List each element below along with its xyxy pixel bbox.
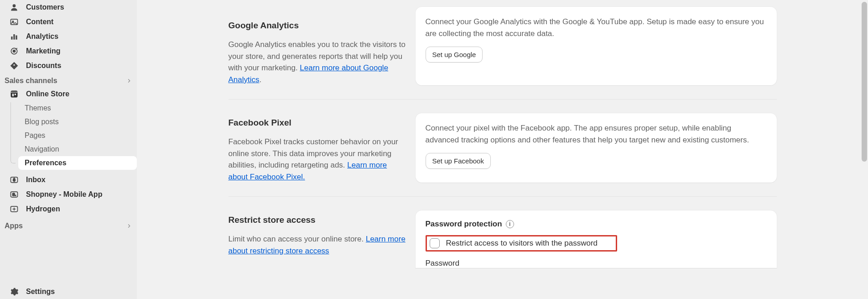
sidebar-item-inbox[interactable]: $ Inbox	[5, 173, 132, 187]
subnav-label: Themes	[25, 104, 51, 112]
card-heading: Password protection i	[426, 220, 767, 229]
sales-channels-label: Sales channels	[5, 77, 57, 85]
sidebar-item-settings[interactable]: Settings	[5, 284, 132, 299]
scrollbar-thumb[interactable]	[862, 2, 867, 162]
sidebar-item-label: Settings	[26, 288, 128, 296]
sidebar-item-label: Inbox	[26, 176, 128, 184]
sidebar-item-hydrogen[interactable]: Hydrogen	[5, 202, 132, 216]
section-description: Limit who can access your online store. …	[229, 233, 406, 257]
sidebar-item-label: Customers	[26, 3, 128, 11]
chevron-right-icon	[126, 78, 132, 84]
apps-label: Apps	[5, 222, 23, 230]
svg-point-0	[13, 4, 16, 7]
svg-text:$: $	[13, 178, 15, 182]
subnav-label: Blog posts	[25, 118, 59, 126]
sidebar-item-label: Discounts	[26, 62, 128, 70]
info-icon[interactable]: i	[506, 220, 514, 228]
subnav-themes[interactable]: Themes	[18, 101, 137, 115]
sidebar-item-content[interactable]: Content	[5, 15, 132, 29]
store-icon	[9, 89, 19, 99]
card-text: Connect your pixel with the Facebook app…	[426, 122, 767, 146]
subnav-label: Navigation	[25, 145, 59, 153]
shopney-icon: S.	[9, 190, 19, 199]
sidebar-item-label: Analytics	[26, 32, 128, 41]
restrict-access-checkbox[interactable]	[430, 238, 440, 248]
svg-rect-4	[13, 34, 15, 40]
subnav-label: Preferences	[25, 159, 67, 167]
facebook-pixel-card: Connect your pixel with the Facebook app…	[416, 113, 777, 183]
section-google-analytics: Google Analytics Google Analytics enable…	[229, 0, 777, 99]
sidebar-item-online-store[interactable]: Online Store	[5, 87, 132, 101]
sidebar-item-label: Online Store	[26, 90, 128, 98]
section-description: Google Analytics enables you to track th…	[229, 39, 406, 85]
sidebar-item-label: Shopney - Mobile App	[26, 190, 128, 199]
subnav-pages[interactable]: Pages	[18, 129, 137, 142]
apps-header[interactable]: Apps	[0, 216, 137, 232]
svg-rect-9	[12, 94, 14, 96]
scrollbar[interactable]	[861, 0, 868, 299]
section-restrict-access: Restrict store access Limit who can acce…	[229, 196, 777, 268]
image-icon	[9, 17, 19, 26]
password-protection-card: Password protection i Restrict access to…	[416, 210, 777, 268]
sidebar-item-analytics[interactable]: Analytics	[5, 29, 132, 44]
sidebar-item-marketing[interactable]: Marketing	[5, 44, 132, 58]
restrict-access-checkbox-row[interactable]: Restrict access to visitors with the pas…	[426, 235, 617, 252]
online-store-subnav: Themes Blog posts Pages Navigation Prefe…	[0, 101, 137, 170]
gear-icon	[9, 287, 19, 296]
sidebar-item-shopney[interactable]: S. Shopney - Mobile App	[5, 187, 132, 202]
sidebar-item-customers[interactable]: Customers	[5, 0, 132, 15]
section-title: Restrict store access	[229, 215, 406, 225]
sales-channels-header[interactable]: Sales channels	[0, 73, 137, 87]
subnav-preferences[interactable]: Preferences	[18, 156, 137, 170]
password-field-label: Password	[426, 259, 767, 268]
section-title: Facebook Pixel	[229, 118, 406, 128]
svg-rect-5	[16, 36, 17, 40]
section-description: Facebook Pixel tracks customer behavior …	[229, 136, 406, 183]
subnav-blog-posts[interactable]: Blog posts	[18, 115, 137, 129]
svg-text:S.: S.	[12, 192, 16, 197]
bars-icon	[9, 32, 19, 41]
chevron-right-icon	[126, 223, 132, 229]
sidebar-item-label: Marketing	[26, 47, 128, 55]
svg-rect-8	[11, 91, 18, 98]
tag-icon	[9, 61, 19, 70]
hydrogen-icon	[9, 205, 19, 214]
inbox-icon: $	[9, 175, 19, 184]
google-analytics-card: Connect your Google Analytics with the G…	[416, 7, 777, 85]
subnav-navigation[interactable]: Navigation	[18, 142, 137, 156]
main-content: Google Analytics Google Analytics enable…	[137, 0, 868, 299]
user-icon	[9, 3, 19, 12]
sidebar-item-label: Content	[26, 18, 128, 26]
svg-rect-3	[11, 37, 12, 40]
sidebar-item-label: Hydrogen	[26, 205, 128, 213]
setup-facebook-button[interactable]: Set up Facebook	[426, 153, 491, 169]
checkbox-label: Restrict access to visitors with the pas…	[446, 239, 598, 248]
sidebar: Customers Content Analytics Marketing	[0, 0, 137, 299]
section-facebook-pixel: Facebook Pixel Facebook Pixel tracks cus…	[229, 99, 777, 196]
svg-rect-10	[15, 94, 16, 95]
card-text: Connect your Google Analytics with the G…	[426, 16, 767, 39]
svg-point-7	[13, 50, 16, 52]
sidebar-item-discounts[interactable]: Discounts	[5, 58, 132, 73]
target-icon	[9, 47, 19, 56]
section-title: Google Analytics	[229, 21, 406, 31]
setup-google-button[interactable]: Set up Google	[426, 47, 483, 63]
subnav-label: Pages	[25, 131, 45, 140]
